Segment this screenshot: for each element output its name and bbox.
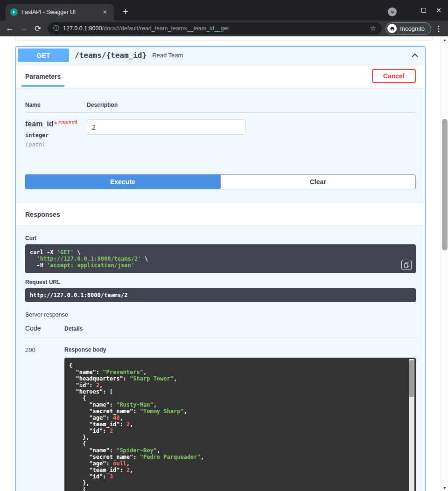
curl-label: Curl bbox=[25, 235, 416, 242]
required-asterisk: * bbox=[54, 120, 57, 128]
required-label: required bbox=[58, 119, 77, 124]
window-controls: – ✕ bbox=[401, 0, 446, 21]
back-button[interactable]: ← bbox=[4, 22, 16, 35]
response-scrollbar[interactable] bbox=[409, 359, 414, 491]
parameters-header: Parameters Cancel bbox=[16, 64, 425, 88]
clear-button[interactable]: Clear bbox=[220, 174, 416, 189]
endpoint-summary: Read Team bbox=[152, 52, 183, 59]
address-bar[interactable]: ⓘ 127.0.0.1:8000/docs#/default/read_team… bbox=[48, 22, 382, 35]
tab-title: FastAPI - Swagger UI bbox=[21, 9, 97, 15]
tab-close-icon[interactable]: ✕ bbox=[101, 8, 109, 16]
page-scrollbar-thumb[interactable] bbox=[442, 119, 448, 250]
browser-titlebar: FastAPI - Swagger UI ✕ + – ✕ bbox=[0, 0, 448, 21]
response-details-cell: Response body { "name": "Preventers", "h… bbox=[64, 346, 416, 491]
maximize-button[interactable] bbox=[416, 0, 431, 21]
bookmark-star-icon[interactable]: ☆ bbox=[370, 24, 376, 33]
curl-code-block: curl -X 'GET' \ 'http://127.0.0.1:8000/t… bbox=[25, 244, 416, 273]
responses-body: Curl curl -X 'GET' \ 'http://127.0.0.1:8… bbox=[16, 226, 425, 491]
response-body-block: { "name": "Preventers", "headquarters": … bbox=[64, 358, 416, 491]
site-info-icon[interactable]: ⓘ bbox=[53, 24, 59, 33]
method-badge: GET bbox=[18, 48, 69, 62]
parameter-meta: team_id*required integer (path) bbox=[25, 119, 87, 148]
column-description-header: Description bbox=[87, 102, 416, 108]
tab-search-button[interactable] bbox=[388, 7, 397, 16]
fastapi-favicon-icon bbox=[10, 8, 18, 16]
incognito-badge: Incognito bbox=[385, 22, 431, 35]
response-body-label: Response body bbox=[64, 346, 416, 353]
browser-menu-icon[interactable]: ⋮ bbox=[433, 22, 444, 35]
request-url-label: Request URL bbox=[25, 279, 416, 285]
incognito-spy-icon bbox=[387, 24, 397, 33]
curl-code: curl -X 'GET' \ 'http://127.0.0.1:8000/t… bbox=[30, 249, 411, 269]
parameter-row: team_id*required integer (path) bbox=[16, 113, 425, 154]
server-response-label: Server response bbox=[25, 311, 416, 318]
parameter-type: integer bbox=[25, 132, 87, 138]
column-code-header: Code bbox=[25, 325, 64, 332]
parameter-location: (path) bbox=[25, 141, 87, 148]
opblock-get-teams: GET /teams/{team_id} Read Team Parameter… bbox=[15, 46, 426, 491]
parameter-name: team_id*required bbox=[25, 119, 87, 128]
column-details-header: Details bbox=[64, 325, 83, 332]
scroll-up-arrow-icon[interactable]: ▲ bbox=[441, 36, 448, 43]
tab-parameters[interactable]: Parameters bbox=[21, 66, 64, 87]
browser-window: FastAPI - Swagger UI ✕ + – ✕ ← → ⟳ ⓘ 127… bbox=[0, 0, 448, 491]
previous-section-edge bbox=[15, 36, 433, 41]
responses-section-header: Responses bbox=[16, 203, 425, 226]
page-scrollbar[interactable]: ▲ ▼ bbox=[441, 36, 448, 491]
response-table-head: Code Details bbox=[25, 325, 416, 338]
opblock-summary[interactable]: GET /teams/{team_id} Read Team bbox=[16, 47, 425, 64]
close-button[interactable]: ✕ bbox=[431, 0, 446, 21]
response-row: 200 Response body { "name": "Preventers"… bbox=[25, 346, 416, 491]
copy-to-clipboard-button[interactable] bbox=[401, 260, 412, 270]
collapse-chevron-icon[interactable] bbox=[410, 51, 420, 60]
parameters-table-head: Name Description bbox=[16, 88, 425, 112]
minimize-button[interactable]: – bbox=[401, 0, 416, 21]
response-scrollbar-thumb[interactable] bbox=[409, 360, 414, 397]
status-code: 200 bbox=[25, 346, 64, 491]
forward-button[interactable]: → bbox=[18, 22, 30, 35]
url-host: 127.0.0.1:8000 bbox=[63, 25, 102, 32]
parameter-description-cell bbox=[87, 119, 416, 148]
incognito-label: Incognito bbox=[400, 25, 425, 32]
browser-tab[interactable]: FastAPI - Swagger UI ✕ bbox=[6, 4, 114, 21]
endpoint-path: /teams/{team_id} bbox=[75, 51, 147, 60]
url-text: 127.0.0.1:8000/docs#/default/read_team_t… bbox=[63, 25, 229, 32]
page-content: GET /teams/{team_id} Read Team Parameter… bbox=[0, 36, 448, 491]
response-json-code: { "name": "Preventers", "headquarters": … bbox=[69, 362, 405, 491]
request-url-value: http://127.0.0.1:8000/teams/2 bbox=[30, 292, 411, 298]
request-url-block: http://127.0.0.1:8000/teams/2 bbox=[25, 288, 416, 302]
maximize-icon bbox=[421, 8, 426, 13]
responses-title: Responses bbox=[25, 211, 60, 218]
execute-button-group: Execute Clear bbox=[25, 174, 416, 189]
column-name-header: Name bbox=[25, 102, 87, 108]
team-id-input[interactable] bbox=[87, 119, 245, 135]
url-path: /docs#/default/read_team_teams__team_id_… bbox=[102, 25, 229, 32]
browser-toolbar: ← → ⟳ ⓘ 127.0.0.1:8000/docs#/default/rea… bbox=[0, 21, 448, 36]
cancel-button[interactable]: Cancel bbox=[372, 69, 416, 83]
reload-button[interactable]: ⟳ bbox=[32, 22, 44, 35]
new-tab-button[interactable]: + bbox=[119, 6, 132, 18]
scroll-down-arrow-icon[interactable]: ▼ bbox=[441, 484, 448, 491]
execute-button[interactable]: Execute bbox=[25, 174, 220, 189]
